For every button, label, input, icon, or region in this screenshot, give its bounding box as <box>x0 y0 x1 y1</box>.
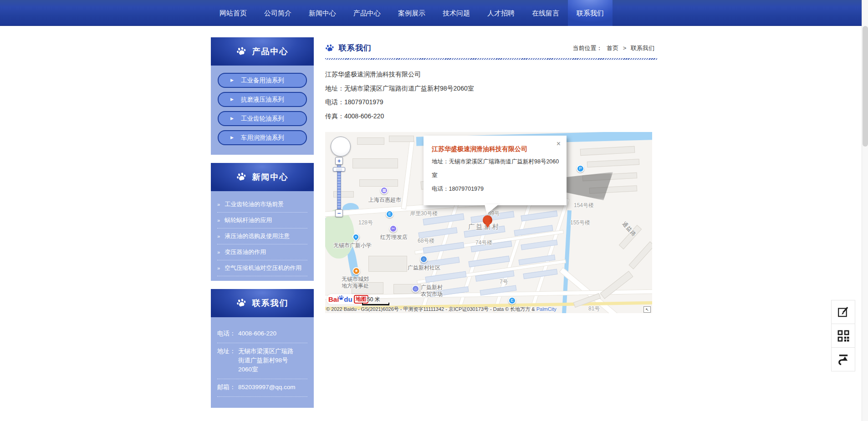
pan-right-icon[interactable] <box>343 144 348 149</box>
location-marker[interactable] <box>483 215 492 225</box>
news-link[interactable]: » 空气压缩机油对空压机的作用 <box>217 260 307 276</box>
map-label: 7号 <box>500 279 508 285</box>
product-category-button[interactable]: ▶ 工业备用油系列 <box>218 73 307 88</box>
map-poi-icon: ★ <box>352 267 360 275</box>
breadcrumb-prefix: 当前位置： <box>573 45 602 51</box>
sidebar-news-header: 新闻中心 <box>211 163 314 191</box>
palmcity-link[interactable]: PalmCity <box>536 306 557 312</box>
paw-icon <box>235 297 247 309</box>
map-building <box>628 241 652 269</box>
map-label: 岸里30号楼 <box>410 210 438 217</box>
breadcrumb-separator: > <box>623 45 627 51</box>
nav-item[interactable]: 公司简介 <box>255 0 300 26</box>
product-category-button[interactable]: ▶ 抗磨液压油系列 <box>218 92 307 107</box>
double-chevron-icon: » <box>217 218 220 223</box>
news-link-label: 工业齿轮油的市场前景 <box>225 200 284 208</box>
edit-icon <box>837 305 850 319</box>
sidebar-news-title: 新闻中心 <box>252 172 289 183</box>
map-building <box>587 159 640 167</box>
scrollbar-thumb[interactable] <box>863 26 868 147</box>
nav-item[interactable]: 技术问题 <box>434 0 479 26</box>
hatched-divider <box>325 58 657 60</box>
map-label: 上海百惠超市 <box>368 197 401 203</box>
breadcrumb-current-link[interactable]: 联系我们 <box>631 45 654 51</box>
zoom-out-button[interactable]: − <box>335 209 343 217</box>
map-building <box>580 146 635 156</box>
compass-icon[interactable]: ↖ <box>643 306 651 313</box>
contact-row-value: 4008-606-220 <box>238 329 298 338</box>
nav-item[interactable]: 产品中心 <box>345 0 389 26</box>
qrcode-button[interactable] <box>831 324 855 348</box>
nav-item[interactable]: 网站首页 <box>211 0 255 26</box>
map-poi-icon: E <box>508 297 516 304</box>
feedback-button[interactable] <box>831 300 855 324</box>
paw-icon <box>235 171 247 183</box>
zoom-in-button[interactable]: + <box>335 157 343 165</box>
map-building <box>359 179 398 187</box>
map-attribution: © 2022 Baidu - GS(2021)6026号 - 甲测资字11111… <box>326 306 557 313</box>
triangle-icon: ▶ <box>230 97 234 101</box>
map-label: 81号 <box>588 305 600 312</box>
baidu-logo-bai: Bai <box>328 295 339 303</box>
triangle-icon: ▶ <box>230 136 234 140</box>
contact-info-list: 电话： 4008-606-220 地址： 无锡市梁溪区广瑞路街道广益新村98号2… <box>211 317 314 408</box>
map-label: 广益新村 农贸市场 <box>421 284 443 298</box>
pan-up-icon[interactable] <box>338 139 343 144</box>
main-header: 联系我们 当前位置： 首页 > 联系我们 <box>325 37 657 53</box>
qrcode-icon <box>836 329 851 343</box>
news-link-label: 蜗轮蜗杆油的应用 <box>225 216 272 224</box>
map-poi-icon: E <box>386 210 393 218</box>
paw-icon <box>235 46 247 58</box>
nav-item[interactable]: 新闻中心 <box>300 0 345 26</box>
sidebar-news-section: 新闻中心 » 工业齿轮油的市场前景 » 蜗轮蜗杆油的应用 » <box>211 163 314 281</box>
pan-down-icon[interactable] <box>338 149 343 154</box>
nav-item[interactable]: 案例展示 <box>389 0 434 26</box>
triangle-icon: ▶ <box>230 78 234 82</box>
main-content: 联系我们 当前位置： 首页 > 联系我们 江苏华盛极速润滑油科技有限公司 地址：… <box>325 37 657 416</box>
contact-row: 地址： 无锡市梁溪区广瑞路街道广益新村98号2060室 <box>217 343 307 379</box>
breadcrumb-home-link[interactable]: 首页 <box>607 45 618 51</box>
map-label: 无锡市城郊 地方海事处 <box>342 276 369 289</box>
map-label: 红芳理发店 <box>380 234 408 241</box>
contact-row: 电话： 4008-606-220 <box>217 325 307 343</box>
company-info: 江苏华盛极速润滑油科技有限公司 地址：无锡市梁溪区广瑞路街道广益新村98号206… <box>325 67 657 123</box>
paw-icon <box>324 43 335 53</box>
map-pan-control[interactable] <box>331 137 351 157</box>
baidu-map[interactable]: 上海百惠超市岸里30号楼128号红芳理发店无锡市广新小学68号楼69号广益新村7… <box>325 132 652 313</box>
back-to-top-button[interactable] <box>831 347 855 371</box>
news-link[interactable]: » 变压器油的作用 <box>217 244 307 260</box>
map-building <box>389 136 414 142</box>
product-category-button[interactable]: ▶ 车用润滑油系列 <box>218 130 307 145</box>
contact-row-label: 电话： <box>217 329 238 338</box>
map-building <box>368 256 407 272</box>
sidebar: 产品中心 ▶ 工业备用油系列 ▶ 抗磨液压油系列 ▶ <box>211 37 314 416</box>
nav-item[interactable]: 人才招聘 <box>479 0 523 26</box>
road <box>401 140 414 209</box>
map-building <box>352 158 398 168</box>
news-link[interactable]: » 工业齿轮油的市场前景 <box>217 197 307 213</box>
nav-item[interactable]: 联系我们 <box>568 0 613 26</box>
map-poi-icon: P <box>577 165 584 172</box>
back-to-top-icon <box>837 353 850 366</box>
infowindow-address-line1: 地址：无锡市梁溪区广瑞路街道广益新村98号2060 <box>432 155 558 168</box>
pan-left-icon[interactable] <box>333 144 338 149</box>
close-icon[interactable]: × <box>557 140 561 147</box>
floating-toolbar <box>831 300 855 371</box>
contact-row-value: 无锡市梁溪区广瑞路街道广益新村98号2060室 <box>238 347 298 374</box>
sidebar-contact-title: 联系我们 <box>252 298 289 309</box>
infowindow-pointer <box>485 204 499 214</box>
news-list: » 工业齿轮油的市场前景 » 蜗轮蜗杆油的应用 » 液压油的选购及使用注意 <box>211 191 314 281</box>
news-link-label: 空气压缩机油对空压机的作用 <box>225 264 301 272</box>
page-scrollbar[interactable] <box>862 0 868 421</box>
map-label: 155号楼 <box>570 219 590 226</box>
news-link[interactable]: » 蜗轮蜗杆油的应用 <box>217 213 307 228</box>
nav-item[interactable]: 在线留言 <box>523 0 568 26</box>
zoom-slider-handle[interactable] <box>333 167 345 172</box>
map-poi-icon: ▦ <box>380 187 388 194</box>
nav-items: 网站首页公司简介新闻中心产品中心案例展示技术问题人才招聘在线留言联系我们 <box>211 0 657 26</box>
news-link[interactable]: » 液压油的选购及使用注意 <box>217 228 307 244</box>
map-label: 74号楼 <box>475 239 492 246</box>
product-category-button[interactable]: ▶ 工业齿轮油系列 <box>218 111 307 126</box>
company-name: 江苏华盛极速润滑油科技有限公司 <box>325 67 657 81</box>
map-building <box>357 137 384 145</box>
